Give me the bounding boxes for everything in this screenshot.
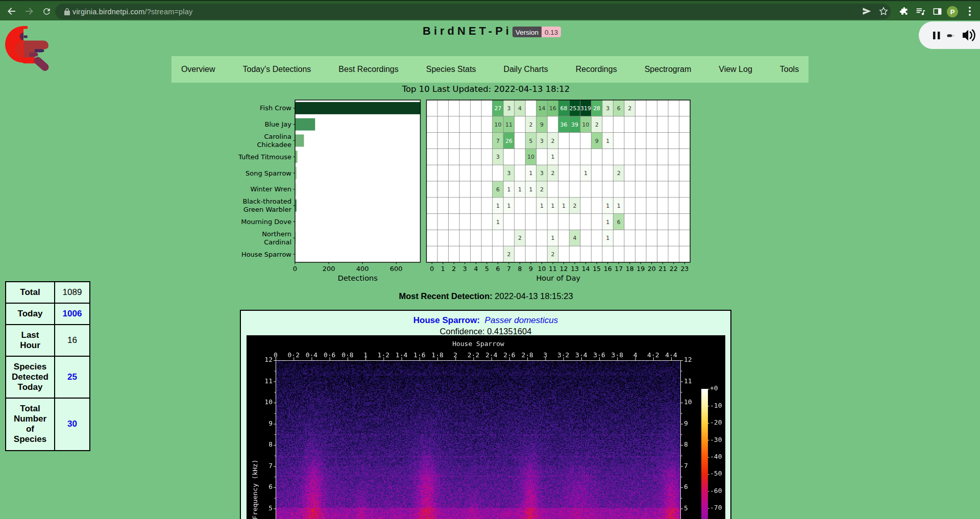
url-path: /?stream=play bbox=[144, 8, 192, 16]
version-badge: Version 0.13 bbox=[512, 27, 561, 37]
heatmap-value: 5 bbox=[529, 138, 532, 144]
heatmap-value: 2 bbox=[573, 203, 577, 209]
hour-tick-label: 18 bbox=[626, 265, 634, 273]
hour-tick-label: 9 bbox=[529, 265, 533, 273]
heatmap-value: 2 bbox=[617, 170, 621, 177]
heatmap-value: 2 bbox=[551, 170, 555, 177]
hour-tick-label: 5 bbox=[485, 265, 489, 273]
stats-label: Species Detected Today bbox=[6, 356, 55, 398]
volume-icon[interactable] bbox=[963, 30, 975, 41]
detection-scientific-name: Passer domesticus bbox=[485, 315, 558, 325]
heatmap-value: 16 bbox=[549, 105, 556, 112]
detection-header: House Sparrow: Passer domesticus bbox=[241, 315, 730, 326]
hour-tick-label: 14 bbox=[582, 265, 590, 273]
reload-icon[interactable] bbox=[39, 1, 54, 21]
species-label: Chickadee bbox=[257, 141, 291, 149]
heatmap-value: 1 bbox=[606, 203, 609, 209]
version-label: Version bbox=[512, 27, 542, 37]
stats-row: Species Detected Today25 bbox=[6, 356, 90, 398]
nav-item-spectrogram[interactable]: Spectrogram bbox=[631, 65, 705, 74]
stats-label: Today bbox=[6, 303, 55, 325]
bar-xtick-label: 0 bbox=[293, 265, 297, 273]
species-label: Song Sparrow bbox=[246, 169, 291, 177]
heatmap-value: 3 bbox=[540, 170, 544, 177]
heatmap-value: 4 bbox=[573, 235, 577, 241]
star-icon[interactable] bbox=[876, 1, 891, 21]
heatmap-value: 253 bbox=[570, 105, 580, 112]
stats-value[interactable]: 25 bbox=[55, 356, 90, 398]
profile-avatar[interactable]: P bbox=[947, 6, 958, 17]
bar-xtick-label: 600 bbox=[390, 265, 403, 273]
forward-icon[interactable] bbox=[21, 1, 37, 21]
heatmap-value: 1 bbox=[617, 203, 621, 209]
url-bar[interactable]: virginia.birdnetpi.com/?stream=play bbox=[55, 4, 891, 19]
chart-title: Top 10 Last Updated: 2022-04-13 18:12 bbox=[402, 84, 570, 94]
heatmap-value: 1 bbox=[496, 219, 500, 226]
nav-item-tools[interactable]: Tools bbox=[766, 65, 813, 74]
heatmap-value: 2 bbox=[518, 235, 522, 241]
heatmap-value: 1 bbox=[518, 186, 522, 193]
heatmap-value: 36 bbox=[560, 121, 568, 128]
hour-tick-label: 11 bbox=[549, 265, 557, 273]
bar-xtick-label: 400 bbox=[356, 265, 369, 273]
hour-tick-label: 17 bbox=[615, 265, 623, 273]
media-controls-icon[interactable] bbox=[913, 1, 927, 21]
most-recent-value: 2022-04-13 18:15:23 bbox=[495, 291, 573, 301]
species-label: House Sparrow bbox=[241, 251, 291, 258]
heatmap-value: 9 bbox=[540, 121, 544, 128]
nav-item-overview[interactable]: Overview bbox=[167, 65, 229, 74]
back-icon[interactable] bbox=[4, 1, 19, 21]
species-label: Carolina bbox=[264, 133, 292, 140]
heatmap-value: 27 bbox=[494, 105, 501, 112]
species-label: Winter Wren bbox=[250, 185, 291, 193]
heatmap-value: 2 bbox=[529, 121, 532, 128]
hour-tick-label: 22 bbox=[670, 265, 678, 273]
nav-item-recordings[interactable]: Recordings bbox=[562, 65, 631, 74]
nav-item-view-log[interactable]: View Log bbox=[705, 65, 766, 74]
nav-item-today-s-detections[interactable]: Today's Detections bbox=[229, 65, 325, 74]
logo-tail bbox=[38, 61, 45, 67]
stats-label: Total Number of Species bbox=[6, 398, 55, 450]
heatmap-value: 1 bbox=[507, 186, 510, 193]
heatmap-value: 1 bbox=[529, 170, 532, 177]
bar-1 bbox=[295, 118, 315, 131]
heatmap-value: 1 bbox=[540, 203, 544, 209]
heatmap-value: 10 bbox=[582, 121, 590, 128]
hour-tick-label: 13 bbox=[571, 265, 579, 273]
heatmap-value: 319 bbox=[580, 105, 591, 112]
stats-value[interactable]: 1006 bbox=[55, 303, 90, 325]
heatmap-value: 28 bbox=[593, 105, 600, 112]
heatmap-value: 2 bbox=[551, 251, 555, 258]
nav-item-species-stats[interactable]: Species Stats bbox=[412, 65, 490, 74]
stats-value[interactable]: 30 bbox=[55, 398, 90, 450]
heatmap-value: 10 bbox=[494, 121, 501, 128]
send-icon[interactable] bbox=[860, 1, 874, 21]
stats-row: Today1006 bbox=[6, 303, 90, 325]
nav-item-best-recordings[interactable]: Best Recordings bbox=[325, 65, 412, 74]
timeline-slider[interactable] bbox=[947, 34, 955, 37]
heatmap-value: 7 bbox=[496, 138, 500, 144]
heatmap-value: 11 bbox=[505, 121, 512, 128]
side-panel-icon[interactable] bbox=[930, 1, 944, 21]
species-label: Black-throated bbox=[242, 197, 291, 205]
lock-icon bbox=[62, 2, 71, 22]
heatmap-value: 6 bbox=[617, 105, 621, 112]
extensions-icon[interactable] bbox=[897, 1, 911, 21]
hour-tick-label: 8 bbox=[518, 265, 522, 273]
heatmap-value: 26 bbox=[505, 138, 512, 144]
heatmap-value: 1 bbox=[529, 186, 532, 193]
hour-tick-label: 0 bbox=[430, 265, 434, 273]
heatmap-value: 1 bbox=[551, 235, 555, 241]
detection-species[interactable]: House Sparrow: bbox=[413, 315, 480, 325]
hour-tick-label: 7 bbox=[507, 265, 511, 273]
bar-xtick-label: 200 bbox=[323, 265, 335, 273]
hour-tick-label: 16 bbox=[604, 265, 612, 273]
menu-dots-icon[interactable] bbox=[964, 1, 976, 21]
browser-toolbar: virginia.birdnetpi.com/?stream=play P bbox=[0, 0, 980, 20]
heatmap-value: 10 bbox=[527, 154, 534, 160]
species-label: Tufted Titmouse bbox=[238, 153, 291, 161]
nav-item-daily-charts[interactable]: Daily Charts bbox=[490, 65, 562, 74]
heatmap-value: 2 bbox=[595, 121, 599, 128]
species-label: Cardinal bbox=[264, 238, 291, 246]
heatmap-value: 39 bbox=[571, 121, 578, 128]
